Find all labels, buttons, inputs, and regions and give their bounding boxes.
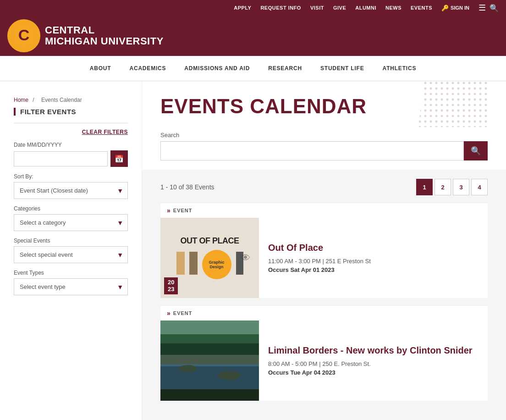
nav-student-life[interactable]: STUDENT LIFE xyxy=(311,56,374,81)
special-events-wrapper: Select special event ▼ xyxy=(14,246,128,263)
request-info-link[interactable]: REQUEST INFO xyxy=(260,5,301,11)
search-button[interactable]: 🔍 xyxy=(464,141,488,160)
event-type-label-2: EVENT xyxy=(173,310,192,316)
svg-rect-9 xyxy=(160,364,259,366)
event-date: Occurs Sat Apr 01 2023 xyxy=(268,266,478,273)
breadcrumb-home[interactable]: Home xyxy=(14,97,28,103)
event-image-2 xyxy=(160,321,259,401)
event-card: » EVENT OUT OF PLACE GraphicDesign xyxy=(160,203,488,298)
event-image: OUT OF PLACE GraphicDesign 2023 👁 xyxy=(160,218,259,298)
nav-athletics[interactable]: ATHLETICS xyxy=(374,56,426,81)
date-label: Date MM/DD/YYYY xyxy=(14,142,128,148)
event-title[interactable]: Out Of Place xyxy=(268,243,478,253)
eye-decoration: 👁 xyxy=(241,252,251,264)
search-input[interactable] xyxy=(160,141,464,160)
logo-text-area: CENTRAL MICHIGAN UNIVERSITY xyxy=(45,25,164,47)
give-link[interactable]: GIVE xyxy=(333,5,346,11)
svg-text:C: C xyxy=(18,26,30,44)
event-image-oop: OUT OF PLACE GraphicDesign 2023 👁 xyxy=(160,218,259,298)
special-events-label: Special Events xyxy=(14,238,128,244)
logo-subtitle: MICHIGAN UNIVERSITY xyxy=(45,36,164,47)
results-area: 1 - 10 of 38 Events 1 2 3 4 » EVENT xyxy=(142,170,506,417)
event-types-wrapper: Select event type ▼ xyxy=(14,278,128,295)
year-badge: 2023 xyxy=(164,277,178,294)
filter-events-header: FILTER EVENTS xyxy=(14,108,128,116)
visit-link[interactable]: VISIT xyxy=(310,5,324,11)
event-time-2: 8:00 AM - 5:00 PM | 250 E. Preston St. xyxy=(268,360,478,367)
nav-research[interactable]: RESEARCH xyxy=(259,56,311,81)
oop-rect-2 xyxy=(189,252,198,275)
clear-filters-button[interactable]: CLEAR FILTERS xyxy=(82,129,128,135)
svg-point-10 xyxy=(179,365,197,372)
nav-about[interactable]: ABOUT xyxy=(81,56,121,81)
apply-link[interactable]: APPLY xyxy=(234,5,251,11)
event-info: Out Of Place 11:00 AM - 3:00 PM | 251 E … xyxy=(259,218,488,298)
calendar-icon: 📅 xyxy=(115,155,124,163)
sort-wrapper: Event Start (Closest date) Event End Alp… xyxy=(14,182,128,199)
event-type-label: EVENT xyxy=(173,208,192,213)
sign-in-label: SIGN IN xyxy=(451,5,469,11)
calendar-button[interactable]: 📅 xyxy=(110,150,128,167)
event-types-label: Event Types xyxy=(14,270,128,276)
filter-divider xyxy=(14,123,128,123)
categories-select[interactable]: Select a category Arts Athletics Communi… xyxy=(14,214,128,231)
news-link[interactable]: NEWS xyxy=(385,5,402,11)
event-type-bar: » EVENT xyxy=(160,203,488,218)
breadcrumb-current: Events Calendar xyxy=(41,97,82,103)
search-area: Search 🔍 xyxy=(142,127,506,170)
event-body: OUT OF PLACE GraphicDesign 2023 👁 xyxy=(160,218,488,298)
logo-link[interactable]: C CENTRAL MICHIGAN UNIVERSITY xyxy=(7,19,164,52)
alumni-link[interactable]: ALUMNI xyxy=(355,5,376,11)
landscape-svg xyxy=(160,321,259,401)
hamburger-icon[interactable]: ☰ xyxy=(478,3,486,13)
breadcrumb: Home / Events Calendar xyxy=(14,90,128,103)
event-type-arrows-2: » xyxy=(167,309,170,317)
site-header: C CENTRAL MICHIGAN UNIVERSITY xyxy=(0,16,506,56)
main-nav: ABOUT ACADEMICS ADMISSIONS AND AID RESEA… xyxy=(0,56,506,81)
event-title-2[interactable]: Liminal Borders - New works by Clinton S… xyxy=(268,345,478,356)
search-row: 🔍 xyxy=(160,141,488,160)
page-btn-3[interactable]: 3 xyxy=(453,179,469,195)
results-count: 1 - 10 of 38 Events xyxy=(160,183,214,191)
logo-title: CENTRAL xyxy=(45,25,164,36)
logo-icon: C xyxy=(7,19,40,52)
top-bar: APPLY REQUEST INFO VISIT GIVE ALUMNI NEW… xyxy=(0,0,506,16)
breadcrumb-separator: / xyxy=(33,97,34,103)
date-input[interactable] xyxy=(14,151,108,166)
search-icon-top[interactable]: 🔍 xyxy=(490,4,499,12)
sidebar: Home / Events Calendar FILTER EVENTS CLE… xyxy=(0,81,142,420)
oop-title: OUT OF PLACE xyxy=(181,237,239,246)
event-types-select[interactable]: Select event type xyxy=(14,278,128,295)
categories-label: Categories xyxy=(14,205,128,212)
event-image-landscape xyxy=(160,321,259,401)
page-title: EVENTS CALENDAR xyxy=(160,95,488,118)
sort-select[interactable]: Event Start (Closest date) Event End Alp… xyxy=(14,182,128,199)
page-btn-2[interactable]: 2 xyxy=(434,179,451,195)
page-layout: Home / Events Calendar FILTER EVENTS CLE… xyxy=(0,81,506,420)
special-events-select[interactable]: Select special event xyxy=(14,246,128,263)
event-card: » EVENT xyxy=(160,305,488,401)
categories-wrapper: Select a category Arts Athletics Communi… xyxy=(14,214,128,231)
svg-rect-12 xyxy=(160,389,259,401)
event-type-arrows: » xyxy=(167,207,170,214)
events-link[interactable]: EVENTS xyxy=(411,5,432,11)
search-icon: 🔍 xyxy=(471,146,481,156)
nav-admissions[interactable]: ADMISSIONS AND AID xyxy=(175,56,259,81)
nav-academics[interactable]: ACADEMICS xyxy=(120,56,175,81)
results-header: 1 - 10 of 38 Events 1 2 3 4 xyxy=(160,179,488,195)
pagination: 1 2 3 4 xyxy=(416,179,488,195)
event-time: 11:00 AM - 3:00 PM | 251 E Preston St xyxy=(268,258,478,265)
date-row: 📅 xyxy=(14,150,128,167)
sign-in-area[interactable]: 🔑 SIGN IN xyxy=(441,5,469,11)
event-date-2: Occurs Tue Apr 04 2023 xyxy=(268,369,478,376)
search-label: Search xyxy=(160,132,488,138)
svg-point-11 xyxy=(218,371,241,380)
event-type-bar-2: » EVENT xyxy=(160,305,488,321)
key-icon: 🔑 xyxy=(441,5,449,11)
oop-rect-1 xyxy=(176,252,185,275)
event-info-2: Liminal Borders - New works by Clinton S… xyxy=(259,321,488,401)
page-btn-1[interactable]: 1 xyxy=(416,179,433,195)
event-body-2: Liminal Borders - New works by Clinton S… xyxy=(160,321,488,401)
page-btn-4[interactable]: 4 xyxy=(471,179,488,195)
menu-search-area: ☰ 🔍 xyxy=(478,3,499,13)
